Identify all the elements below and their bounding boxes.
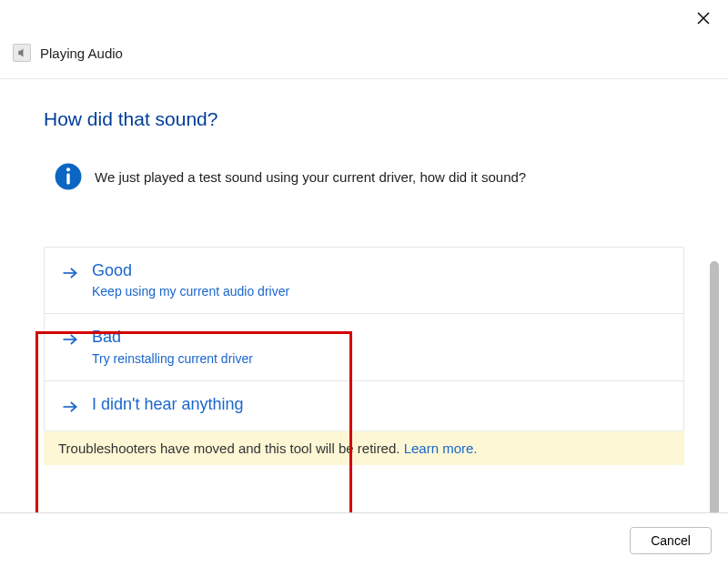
svg-point-5 xyxy=(66,167,70,171)
audio-troubleshooter-icon xyxy=(13,44,31,62)
close-icon xyxy=(696,11,711,25)
arrow-right-icon xyxy=(61,330,79,349)
option-subtitle: Keep using my current audio driver xyxy=(92,284,289,299)
content-area: How did that sound? We just played a tes… xyxy=(0,79,728,511)
deprecation-banner: Troubleshooters have moved and this tool… xyxy=(44,430,684,465)
option-title: Bad xyxy=(92,327,253,348)
page-heading: How did that sound? xyxy=(44,108,684,130)
arrow-right-icon xyxy=(61,398,79,416)
window-header: Playing Audio xyxy=(0,36,728,79)
info-icon xyxy=(53,161,84,192)
option-didnt-hear[interactable]: I didn't hear anything xyxy=(45,381,683,430)
window-title: Playing Audio xyxy=(40,46,123,61)
close-button[interactable] xyxy=(690,5,717,32)
option-title: Good xyxy=(92,260,289,281)
dialog-footer: Cancel xyxy=(0,512,728,567)
arrow-right-icon xyxy=(61,264,79,282)
titlebar xyxy=(0,0,728,36)
info-text: We just played a test sound using your c… xyxy=(95,169,526,185)
svg-marker-2 xyxy=(18,49,23,57)
cancel-button[interactable]: Cancel xyxy=(630,527,712,554)
scrollbar-thumb[interactable] xyxy=(710,261,719,516)
options-list: Good Keep using my current audio driver … xyxy=(44,247,684,430)
option-title: I didn't hear anything xyxy=(92,394,244,415)
option-good[interactable]: Good Keep using my current audio driver xyxy=(45,248,683,314)
banner-text: Troubleshooters have moved and this tool… xyxy=(58,440,404,456)
svg-rect-4 xyxy=(66,174,69,185)
info-row: We just played a test sound using your c… xyxy=(53,161,684,192)
option-bad[interactable]: Bad Try reinstalling current driver xyxy=(45,314,683,380)
learn-more-link[interactable]: Learn more. xyxy=(404,440,478,456)
option-subtitle: Try reinstalling current driver xyxy=(92,351,253,366)
